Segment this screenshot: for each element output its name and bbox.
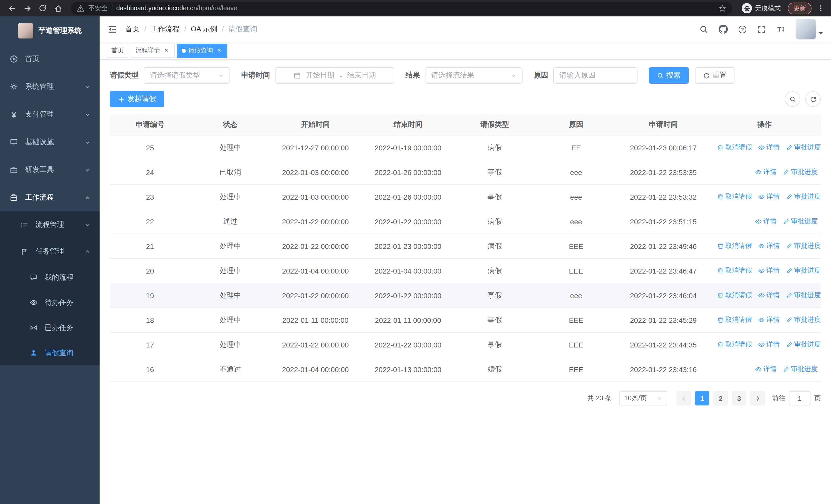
home-icon[interactable] — [51, 2, 65, 15]
help-icon[interactable]: ? — [738, 25, 747, 34]
security-label[interactable]: 不安全 — [88, 4, 108, 12]
action-detail-link[interactable]: 详情 — [758, 316, 780, 325]
tab-home[interactable]: 首页 — [107, 43, 128, 58]
github-icon[interactable] — [719, 25, 728, 34]
sidebar-item-payment[interactable]: ¥ 支付管理 — [0, 100, 99, 128]
user-menu[interactable] — [796, 19, 823, 39]
action-cancel-link[interactable]: 取消请假 — [717, 340, 752, 349]
breadcrumb-workflow[interactable]: 工作流程 — [151, 25, 191, 34]
action-detail-link[interactable]: 详情 — [758, 291, 780, 300]
sidebar-item-leave-query[interactable]: 请假查询 — [0, 340, 99, 365]
action-cancel-link[interactable]: 取消请假 — [717, 316, 752, 325]
prev-page-button[interactable] — [677, 391, 691, 406]
action-cancel-link[interactable]: 取消请假 — [717, 192, 752, 202]
action-cancel-link[interactable]: 取消请假 — [717, 266, 752, 275]
table-row[interactable]: 25 处理中 2021-12-27 00:00:00 2022-01-19 00… — [110, 135, 821, 160]
page-button-2[interactable]: 2 — [713, 391, 728, 406]
tab-leave-query[interactable]: 请假查询 × — [177, 43, 227, 58]
sidebar-item-home[interactable]: 首页 — [0, 45, 99, 73]
sidebar-item-infra[interactable]: 基础设施 — [0, 128, 99, 156]
table-row[interactable]: 16 不通过 2022-01-04 00:00:00 2022-01-13 00… — [110, 357, 821, 382]
sidebar-item-label: 我的流程 — [45, 273, 74, 282]
action-progress-link[interactable]: 审批进度 — [786, 291, 821, 300]
action-detail-link[interactable]: 详情 — [758, 340, 780, 349]
app-logo[interactable]: 芋道管理系统 — [0, 17, 99, 45]
table-row[interactable]: 22 通过 2022-01-22 00:00:00 2022-01-22 00:… — [110, 209, 821, 234]
header-search-icon[interactable] — [699, 25, 708, 34]
apply-time-range-picker[interactable]: 开始日期 - 结束日期 — [275, 67, 394, 84]
action-progress-link[interactable]: 审批进度 — [783, 365, 818, 374]
trash-icon — [717, 144, 724, 151]
sidebar-item-workflow[interactable]: 工作流程 — [0, 184, 99, 211]
reset-button[interactable]: 重置 — [695, 67, 735, 84]
table-row[interactable]: 18 处理中 2022-01-11 00:00:00 2022-01-11 00… — [110, 308, 821, 332]
page-url[interactable]: dashboard.yudao.iocoder.cn/bpm/oa/leave — [116, 5, 237, 12]
eye-icon — [758, 267, 765, 274]
action-progress-link[interactable]: 审批进度 — [786, 192, 821, 202]
sidebar-item-task-mgmt[interactable]: 任务管理 — [0, 238, 99, 265]
refresh-table-button[interactable] — [805, 91, 821, 107]
sidebar-item-todo-tasks[interactable]: 待办任务 — [0, 290, 99, 315]
action-detail-link[interactable]: 详情 — [758, 192, 780, 202]
table-row[interactable]: 21 处理中 2022-01-22 00:00:00 2022-01-23 00… — [110, 234, 821, 259]
page-size-select[interactable]: 10条/页 — [619, 391, 667, 406]
logo-avatar — [18, 23, 33, 38]
yen-icon: ¥ — [9, 110, 19, 119]
action-progress-link[interactable]: 审批进度 — [786, 241, 821, 251]
action-progress-link[interactable]: 审批进度 — [786, 316, 821, 325]
action-detail-link[interactable]: 详情 — [755, 168, 777, 177]
warning-icon[interactable] — [77, 5, 84, 12]
breadcrumb-home[interactable]: 首页 — [125, 25, 151, 34]
browser-menu-icon[interactable] — [815, 4, 826, 12]
back-icon[interactable] — [5, 2, 19, 15]
next-page-button[interactable] — [750, 391, 765, 406]
table-row[interactable]: 23 处理中 2022-01-03 00:00:00 2022-01-26 00… — [110, 184, 821, 209]
create-leave-button[interactable]: 发起请假 — [110, 91, 164, 107]
action-cancel-link[interactable]: 取消请假 — [717, 291, 752, 300]
toggle-search-button[interactable] — [785, 91, 800, 107]
reason-input[interactable]: 请输入原因 — [553, 67, 637, 84]
page-button-3[interactable]: 3 — [732, 391, 746, 406]
breadcrumb-oa-example[interactable]: OA 示例 — [191, 25, 229, 34]
eye-icon — [755, 366, 762, 373]
sidebar-item-my-process[interactable]: 我的流程 — [0, 265, 99, 290]
action-progress-link[interactable]: 审批进度 — [786, 340, 821, 349]
tab-process-detail[interactable]: 流程详情 × — [131, 43, 174, 58]
bookmark-star-icon[interactable] — [719, 4, 726, 12]
result-select[interactable]: 请选择流结果 — [425, 67, 522, 84]
table-row[interactable]: 17 处理中 2022-01-22 00:00:00 2022-01-22 00… — [110, 332, 821, 357]
action-progress-link[interactable]: 审批进度 — [786, 266, 821, 275]
reload-icon[interactable] — [36, 2, 49, 15]
sidebar-item-process-mgmt[interactable]: 流程管理 — [0, 211, 99, 238]
sidebar-item-devtools[interactable]: 研发工具 — [0, 156, 99, 184]
eye-icon — [758, 243, 765, 249]
page-button-1[interactable]: 1 — [695, 391, 709, 406]
action-detail-link[interactable]: 详情 — [758, 143, 780, 152]
table-row[interactable]: 19 处理中 2022-01-22 00:00:00 2022-01-22 00… — [110, 283, 821, 308]
action-progress-link[interactable]: 审批进度 — [783, 168, 818, 177]
sidebar-item-done-tasks[interactable]: 已办任务 — [0, 315, 99, 340]
sidebar-item-system[interactable]: 系统管理 — [0, 73, 99, 100]
action-detail-link[interactable]: 详情 — [758, 266, 780, 275]
font-size-icon[interactable]: T — [776, 25, 785, 34]
action-progress-link[interactable]: 审批进度 — [786, 143, 821, 152]
action-detail-link[interactable]: 详情 — [758, 241, 780, 251]
sidebar-toggle-icon[interactable] — [99, 24, 125, 34]
table-row[interactable]: 20 处理中 2022-01-04 00:00:00 2022-01-04 00… — [110, 259, 821, 283]
close-icon[interactable]: × — [163, 47, 170, 54]
chrome-update-button[interactable]: 更新 — [788, 2, 811, 14]
forward-icon[interactable] — [21, 2, 34, 15]
goto-page-input[interactable]: 1 — [789, 391, 810, 406]
search-button[interactable]: 搜索 — [649, 67, 689, 84]
cell-start-time: 2022-01-22 00:00:00 — [270, 332, 360, 357]
leave-type-select[interactable]: 请选择请假类型 — [144, 67, 230, 84]
table-row[interactable]: 24 已取消 2022-01-03 00:00:00 2022-01-26 00… — [110, 160, 821, 184]
action-cancel-link[interactable]: 取消请假 — [717, 241, 752, 251]
close-icon[interactable]: × — [216, 47, 223, 54]
fullscreen-icon[interactable] — [757, 25, 766, 34]
action-cancel-link[interactable]: 取消请假 — [717, 143, 752, 152]
address-bar[interactable]: 不安全 dashboard.yudao.iocoder.cn/bpm/oa/le… — [71, 2, 733, 14]
action-detail-link[interactable]: 详情 — [755, 365, 777, 374]
action-progress-link[interactable]: 审批进度 — [783, 217, 818, 226]
action-detail-link[interactable]: 详情 — [755, 217, 777, 226]
